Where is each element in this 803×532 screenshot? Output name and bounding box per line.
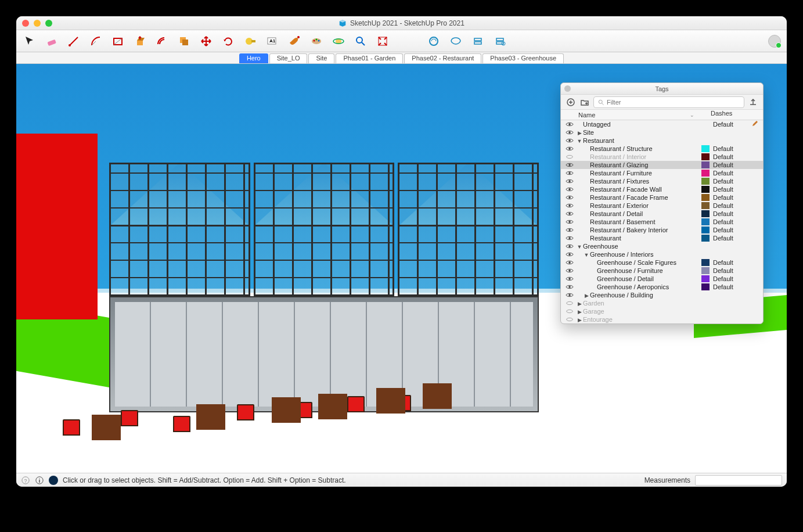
visibility-toggle[interactable]: [563, 276, 576, 282]
edit-pencil-icon[interactable]: [751, 120, 761, 128]
tag-name[interactable]: Greenhouse / Aeroponics: [576, 283, 700, 290]
zoom-window-button[interactable]: [45, 20, 52, 27]
visibility-toggle[interactable]: [563, 170, 576, 176]
rotate-tool-button[interactable]: [221, 34, 236, 49]
tag-color-swatch[interactable]: [701, 178, 710, 185]
visibility-toggle[interactable]: [563, 203, 576, 209]
tag-color-swatch[interactable]: [701, 186, 710, 193]
visibility-toggle[interactable]: [563, 300, 576, 306]
tag-dashes[interactable]: Default: [711, 267, 751, 274]
visibility-toggle[interactable]: [563, 308, 576, 314]
tag-row[interactable]: Restaurant / Facade FrameDefault: [561, 193, 763, 202]
tag-row[interactable]: Restaurant / FixturesDefault: [561, 177, 763, 185]
tag-dashes[interactable]: Default: [711, 227, 751, 233]
disclosure-arrow-icon[interactable]: ▶: [583, 293, 590, 299]
tag-dashes[interactable]: Default: [711, 194, 751, 201]
orbit-tool-button[interactable]: [331, 34, 346, 49]
tag-name[interactable]: ▶Site: [576, 129, 700, 136]
tag-row[interactable]: ▶Garage: [561, 307, 763, 315]
tag-name[interactable]: Restaurant / Detail: [576, 210, 700, 217]
tag-dashes[interactable]: Default: [711, 210, 751, 217]
disclosure-arrow-icon[interactable]: ▶: [576, 301, 583, 307]
tag-color-swatch[interactable]: [701, 283, 710, 290]
visibility-toggle[interactable]: [563, 317, 576, 322]
help-icon[interactable]: ?: [21, 476, 30, 485]
tag-row[interactable]: ▼Greenhouse / Interiors: [561, 250, 763, 258]
disclosure-arrow-icon[interactable]: ▶: [576, 317, 583, 323]
tag-color-swatch[interactable]: [701, 202, 710, 209]
visibility-toggle[interactable]: [563, 284, 576, 290]
scene-tab-0[interactable]: Hero: [239, 53, 268, 63]
tag-name[interactable]: ▶Greenhouse / Building: [576, 292, 700, 299]
tag-row[interactable]: Restaurant / InteriorDefault: [561, 153, 763, 161]
visibility-toggle[interactable]: [563, 227, 576, 233]
tag-name[interactable]: ▼Restaurant: [576, 137, 700, 144]
select-tool-button[interactable]: [22, 34, 37, 49]
scene-tab-2[interactable]: Site: [308, 53, 334, 63]
add-tag-folder-button[interactable]: [579, 97, 590, 107]
live2-tool-button[interactable]: [448, 34, 463, 49]
scene-tab-3[interactable]: Phase01 - Garden: [336, 53, 403, 63]
tag-row[interactable]: Restaurant / Facade WallDefault: [561, 185, 763, 193]
tag-name[interactable]: ▼Greenhouse: [576, 243, 700, 250]
tag-name[interactable]: ▶Garage: [576, 308, 700, 315]
tag-dashes[interactable]: Default: [711, 218, 751, 225]
visibility-toggle[interactable]: [563, 268, 576, 274]
tag-dashes[interactable]: Default: [711, 161, 751, 168]
visibility-toggle[interactable]: [563, 292, 576, 298]
tag-name[interactable]: Restaurant / Facade Wall: [576, 186, 700, 193]
visibility-toggle[interactable]: [563, 260, 576, 265]
tag-row[interactable]: Greenhouse / DetailDefault: [561, 275, 763, 283]
tag-row[interactable]: Greenhouse / FurnitureDefault: [561, 267, 763, 275]
visibility-toggle[interactable]: [563, 195, 576, 200]
tag-filter-search[interactable]: [593, 96, 744, 108]
pushpull-tool-button[interactable]: [132, 34, 147, 49]
tag-name[interactable]: Greenhouse / Furniture: [576, 267, 700, 274]
eraser-tool-button[interactable]: [44, 34, 59, 49]
tag-name[interactable]: Greenhouse / Scale Figures: [576, 259, 700, 266]
scene-tab-5[interactable]: Phase03 - Greenhouse: [482, 53, 564, 63]
visibility-toggle[interactable]: [563, 162, 576, 168]
tag-name[interactable]: Untagged: [576, 121, 700, 128]
tag-dashes[interactable]: Default: [711, 259, 751, 266]
visibility-toggle[interactable]: [563, 146, 576, 152]
sample-tool-button[interactable]: [309, 34, 324, 49]
tag-row[interactable]: Restaurant / ExteriorDefault: [561, 202, 763, 210]
visibility-toggle[interactable]: [563, 243, 576, 249]
tag-row[interactable]: ▼Restaurant: [561, 136, 763, 145]
live4-tool-button[interactable]: [492, 34, 507, 49]
tag-color-swatch[interactable]: [701, 145, 710, 152]
tag-dashes[interactable]: Default: [711, 283, 751, 290]
tag-name[interactable]: Restaurant / Bakery Interior: [576, 227, 700, 233]
tag-row[interactable]: Restaurant / FurnitureDefault: [561, 169, 763, 177]
line-tool-button[interactable]: [66, 34, 81, 49]
tag-name[interactable]: Restaurant: [576, 235, 700, 242]
measurements-input[interactable]: [695, 475, 782, 486]
tag-dashes[interactable]: Default: [711, 275, 751, 282]
tape-tool-button[interactable]: [243, 34, 258, 49]
tag-color-swatch[interactable]: [701, 153, 710, 160]
tag-name[interactable]: Restaurant / Fixtures: [576, 178, 700, 185]
scene-tab-4[interactable]: Phase02 - Restaurant: [404, 53, 481, 63]
visibility-toggle[interactable]: [563, 138, 576, 143]
zoom-tool-button[interactable]: [353, 34, 368, 49]
rectangle-tool-button[interactable]: [110, 34, 125, 49]
tag-row[interactable]: ▶Entourage: [561, 315, 763, 323]
tag-name[interactable]: Restaurant / Structure: [576, 145, 700, 152]
tag-color-swatch[interactable]: [701, 267, 710, 274]
tag-row[interactable]: Restaurant / BasementDefault: [561, 218, 763, 226]
tag-row[interactable]: ▶Site: [561, 128, 763, 136]
tag-row[interactable]: Restaurant / Bakery InteriorDefault: [561, 226, 763, 234]
col-dashes[interactable]: Dashes: [711, 110, 732, 117]
tag-color-swatch[interactable]: [701, 170, 710, 177]
tag-row[interactable]: UntaggedDefault: [561, 120, 763, 128]
tag-color-swatch[interactable]: [701, 210, 710, 217]
tag-color-swatch[interactable]: [701, 218, 710, 225]
tag-name[interactable]: Greenhouse / Detail: [576, 275, 700, 282]
panel-close-button[interactable]: [564, 85, 571, 92]
arc-tool-button[interactable]: [88, 34, 103, 49]
tag-name[interactable]: Restaurant / Glazing: [576, 161, 700, 168]
tag-name[interactable]: ▶Entourage: [576, 316, 700, 323]
col-name[interactable]: Name: [578, 112, 595, 118]
visibility-toggle[interactable]: [563, 154, 576, 160]
